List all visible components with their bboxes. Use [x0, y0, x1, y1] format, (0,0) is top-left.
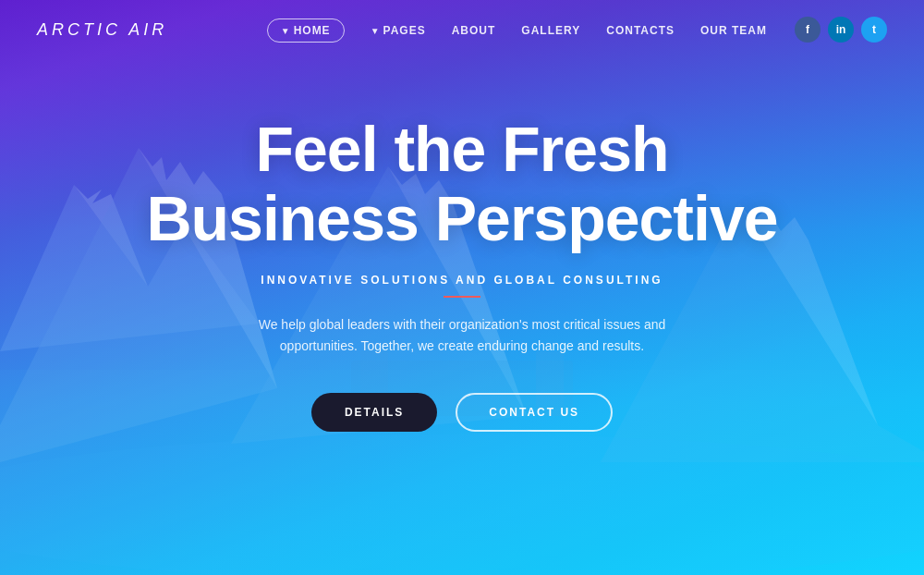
nav-link-home[interactable]: ▼HOME [267, 18, 345, 43]
hero-title-line1: Feel the Fresh [255, 114, 668, 184]
navbar: ARCTIC AIR ▼HOME ▼PAGES ABOUT GALLERY CO… [0, 0, 924, 59]
hero-section: ARCTIC AIR ▼HOME ▼PAGES ABOUT GALLERY CO… [0, 0, 924, 575]
nav-item-contacts[interactable]: CONTACTS [606, 21, 675, 38]
hero-subtitle: INNOVATIVE SOLUTIONS AND GLOBAL CONSULTI… [261, 274, 663, 287]
nav-link-about[interactable]: ABOUT [452, 24, 496, 37]
nav-link-pages[interactable]: ▼PAGES [371, 24, 426, 37]
caret-icon: ▼ [371, 26, 381, 36]
social-icons-group: f in t [795, 17, 887, 43]
nav-item-about[interactable]: ABOUT [452, 21, 496, 38]
nav-item-gallery[interactable]: GALLERY [521, 21, 580, 38]
hero-title: Feel the Fresh Business Perspective [146, 115, 777, 253]
hero-divider [444, 296, 480, 298]
contact-button[interactable]: CONTACT US [456, 393, 613, 432]
nav-links: ▼HOME ▼PAGES ABOUT GALLERY CONTACTS OUR … [267, 21, 767, 38]
facebook-icon[interactable]: f [795, 17, 821, 43]
nav-item-pages[interactable]: ▼PAGES [371, 21, 426, 38]
caret-icon: ▼ [281, 26, 291, 36]
hero-description: We help global leaders with their organi… [231, 314, 693, 359]
hero-buttons: DETAILS CONTACT US [311, 393, 613, 432]
nav-item-home[interactable]: ▼HOME [267, 21, 345, 38]
nav-link-contacts[interactable]: CONTACTS [606, 24, 675, 37]
hero-title-line2: Business Perspective [146, 183, 777, 253]
linkedin-icon[interactable]: in [828, 17, 854, 43]
nav-link-gallery[interactable]: GALLERY [521, 24, 580, 37]
brand-logo: ARCTIC AIR [37, 20, 267, 40]
details-button[interactable]: DETAILS [311, 393, 437, 432]
nav-item-team[interactable]: OUR TEAM [700, 21, 767, 38]
twitter-icon[interactable]: t [861, 17, 887, 43]
nav-link-team[interactable]: OUR TEAM [700, 24, 767, 37]
hero-content: Feel the Fresh Business Perspective INNO… [91, 115, 833, 432]
